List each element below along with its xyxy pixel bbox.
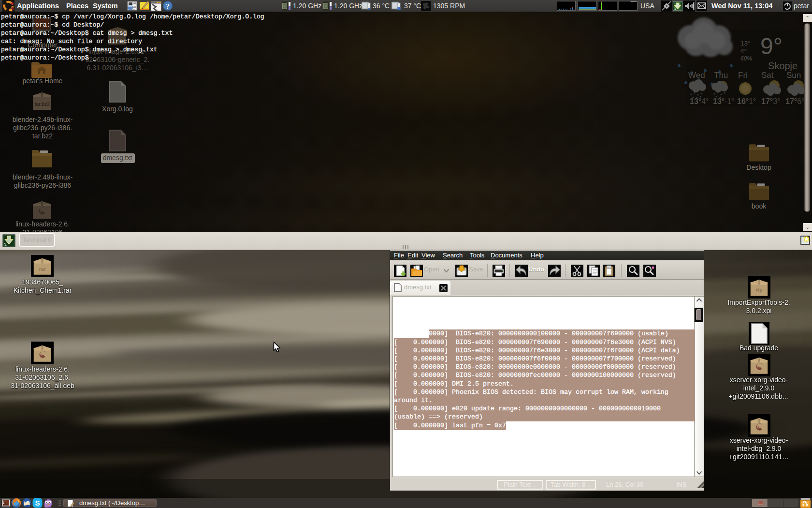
svg-text:S: S [35, 499, 40, 507]
svg-text:?: ? [166, 2, 170, 10]
svg-text:tar.bz2: tar.bz2 [34, 102, 50, 107]
svg-text:zip: zip [755, 288, 762, 293]
svg-text:rar: rar [39, 267, 46, 272]
